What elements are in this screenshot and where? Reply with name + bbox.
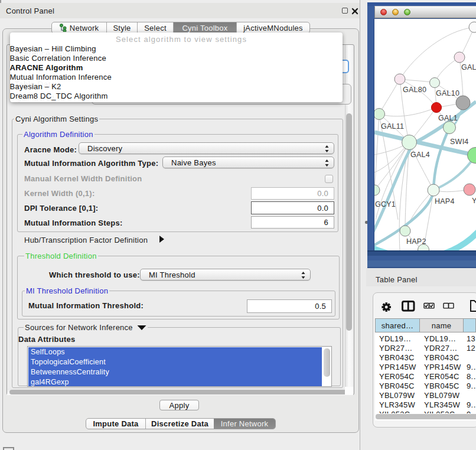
svg-text:Y: Y	[472, 197, 476, 205]
svg-text:SWI4: SWI4	[450, 138, 469, 146]
svg-text:GAL11: GAL11	[381, 122, 404, 131]
svg-text:GCY1: GCY1	[375, 200, 396, 208]
svg-text:GAL4: GAL4	[410, 151, 430, 159]
svg-text:HAP2: HAP2	[406, 237, 426, 246]
svg-text:GAL8: GAL8	[461, 63, 476, 71]
svg-text:HAP4: HAP4	[435, 197, 455, 206]
svg-text:GAL80: GAL80	[403, 86, 426, 94]
svg-text:GAL1: GAL1	[438, 114, 458, 122]
svg-text:GAL10: GAL10	[436, 89, 459, 97]
